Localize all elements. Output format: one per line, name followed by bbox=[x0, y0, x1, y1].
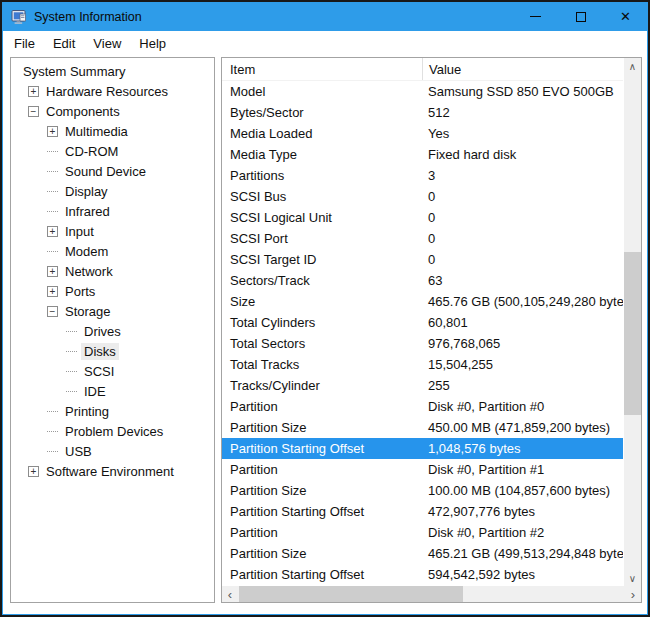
table-row[interactable]: PartitionDisk #0, Partition #1 bbox=[222, 459, 623, 480]
value-cell: Samsung SSD 850 EVO 500GB bbox=[422, 84, 623, 99]
tree-item-usb[interactable]: USB bbox=[11, 441, 214, 461]
item-cell: Total Tracks bbox=[222, 357, 422, 372]
scroll-left-icon[interactable]: ‹ bbox=[222, 586, 238, 602]
tree-item-system-summary[interactable]: System Summary bbox=[11, 61, 214, 81]
tree-item-components[interactable]: −Components bbox=[11, 101, 214, 121]
tree-item-label: Modem bbox=[62, 243, 111, 260]
table-row[interactable]: Partition Size100.00 MB (104,857,600 byt… bbox=[222, 480, 623, 501]
tree-item-problem-devices[interactable]: Problem Devices bbox=[11, 421, 214, 441]
value-cell: 594,542,592 bytes bbox=[422, 567, 623, 582]
table-row[interactable]: Partitions3 bbox=[222, 165, 623, 186]
tree-item-ports[interactable]: +Ports bbox=[11, 281, 214, 301]
table-row[interactable]: Media LoadedYes bbox=[222, 123, 623, 144]
maximize-button[interactable] bbox=[558, 2, 603, 31]
close-button[interactable]: ✕ bbox=[603, 2, 648, 31]
horizontal-scrollbar-thumb[interactable] bbox=[239, 586, 463, 602]
caption-buttons: ✕ bbox=[513, 2, 648, 31]
tree-item-label: Infrared bbox=[62, 203, 113, 220]
tree-item-drives[interactable]: Drives bbox=[11, 321, 214, 341]
column-header-item[interactable]: Item bbox=[222, 58, 422, 80]
tree-item-input[interactable]: +Input bbox=[11, 221, 214, 241]
item-cell: Sectors/Track bbox=[222, 273, 422, 288]
item-cell: Media Type bbox=[222, 147, 422, 162]
expand-icon[interactable]: + bbox=[47, 226, 58, 237]
item-cell: Partition Starting Offset bbox=[222, 504, 422, 519]
table-row[interactable]: Tracks/Cylinder255 bbox=[222, 375, 623, 396]
table-row[interactable]: SCSI Port0 bbox=[222, 228, 623, 249]
minimize-icon bbox=[530, 16, 541, 17]
category-tree: System Summary+Hardware Resources−Compon… bbox=[10, 57, 215, 603]
tree-item-software-environment[interactable]: +Software Environment bbox=[11, 461, 214, 481]
table-row[interactable]: Media TypeFixed hard disk bbox=[222, 144, 623, 165]
table-row[interactable]: Partition Starting Offset472,907,776 byt… bbox=[222, 501, 623, 522]
table-row[interactable]: Total Tracks15,504,255 bbox=[222, 354, 623, 375]
table-row[interactable]: Size465.76 GB (500,105,249,280 bytes) bbox=[222, 291, 623, 312]
scroll-up-icon[interactable]: ∧ bbox=[624, 58, 641, 74]
menu-item-file[interactable]: File bbox=[5, 33, 44, 54]
column-header-value[interactable]: Value bbox=[422, 58, 623, 80]
tree-item-ide[interactable]: IDE bbox=[11, 381, 214, 401]
tree-item-scsi[interactable]: SCSI bbox=[11, 361, 214, 381]
table-row[interactable]: Sectors/Track63 bbox=[222, 270, 623, 291]
expand-icon[interactable]: + bbox=[28, 86, 39, 97]
scroll-down-icon[interactable]: ∨ bbox=[624, 570, 641, 586]
title-bar[interactable]: System Information ✕ bbox=[2, 2, 648, 31]
minimize-button[interactable] bbox=[513, 2, 558, 31]
table-row[interactable]: Total Cylinders60,801 bbox=[222, 312, 623, 333]
tree-item-printing[interactable]: Printing bbox=[11, 401, 214, 421]
tree-item-label: Disks bbox=[81, 343, 119, 360]
table-row[interactable]: Partition Size465.21 GB (499,513,294,848… bbox=[222, 543, 623, 564]
table-row[interactable]: PartitionDisk #0, Partition #0 bbox=[222, 396, 623, 417]
expand-icon[interactable]: + bbox=[47, 126, 58, 137]
tree-item-multimedia[interactable]: +Multimedia bbox=[11, 121, 214, 141]
item-cell: SCSI Bus bbox=[222, 189, 422, 204]
table-row[interactable]: Partition Starting Offset594,542,592 byt… bbox=[222, 564, 623, 585]
collapse-icon[interactable]: − bbox=[47, 306, 58, 317]
table-row[interactable]: SCSI Target ID0 bbox=[222, 249, 623, 270]
tree-connector bbox=[47, 211, 58, 212]
table-row[interactable]: Bytes/Sector512 bbox=[222, 102, 623, 123]
menu-item-view[interactable]: View bbox=[84, 33, 130, 54]
menu-item-help[interactable]: Help bbox=[130, 33, 175, 54]
tree-item-label: Hardware Resources bbox=[43, 83, 171, 100]
value-cell: 0 bbox=[422, 252, 623, 267]
tree-item-display[interactable]: Display bbox=[11, 181, 214, 201]
item-cell: Partition Size bbox=[222, 546, 422, 561]
tree-item-label: Multimedia bbox=[62, 123, 131, 140]
tree-item-label: USB bbox=[62, 443, 95, 460]
tree-item-cd-rom[interactable]: CD-ROM bbox=[11, 141, 214, 161]
value-cell: 1,048,576 bytes bbox=[422, 441, 623, 456]
tree-item-sound-device[interactable]: Sound Device bbox=[11, 161, 214, 181]
table-row[interactable]: Partition Starting Offset1,048,576 bytes bbox=[222, 438, 623, 459]
table-row[interactable]: SCSI Logical Unit0 bbox=[222, 207, 623, 228]
item-cell: Partition bbox=[222, 462, 422, 477]
tree-connector bbox=[66, 331, 77, 332]
tree-item-modem[interactable]: Modem bbox=[11, 241, 214, 261]
collapse-icon[interactable]: − bbox=[28, 106, 39, 117]
tree-connector bbox=[47, 411, 58, 412]
value-cell: 63 bbox=[422, 273, 623, 288]
value-cell: 465.76 GB (500,105,249,280 bytes) bbox=[422, 294, 623, 309]
table-row[interactable]: Partition Size450.00 MB (471,859,200 byt… bbox=[222, 417, 623, 438]
expand-icon[interactable]: + bbox=[47, 266, 58, 277]
tree-item-network[interactable]: +Network bbox=[11, 261, 214, 281]
table-row[interactable]: SCSI Bus0 bbox=[222, 186, 623, 207]
item-cell: Media Loaded bbox=[222, 126, 422, 141]
menu-item-edit[interactable]: Edit bbox=[44, 33, 84, 54]
tree-item-disks[interactable]: Disks bbox=[11, 341, 214, 361]
expand-icon[interactable]: + bbox=[28, 466, 39, 477]
table-row[interactable]: PartitionDisk #0, Partition #2 bbox=[222, 522, 623, 543]
expand-icon[interactable]: + bbox=[47, 286, 58, 297]
tree-item-hardware-resources[interactable]: +Hardware Resources bbox=[11, 81, 214, 101]
tree-item-label: System Summary bbox=[20, 63, 129, 80]
value-cell: Disk #0, Partition #0 bbox=[422, 399, 623, 414]
tree-item-label: SCSI bbox=[81, 363, 117, 380]
vertical-scrollbar[interactable]: ∧ ∨ bbox=[624, 58, 641, 586]
table-row[interactable]: ModelSamsung SSD 850 EVO 500GB bbox=[222, 81, 623, 102]
tree-item-storage[interactable]: −Storage bbox=[11, 301, 214, 321]
horizontal-scrollbar[interactable]: ‹ › bbox=[222, 586, 641, 602]
vertical-scrollbar-thumb[interactable] bbox=[624, 252, 641, 415]
table-row[interactable]: Total Sectors976,768,065 bbox=[222, 333, 623, 354]
tree-item-infrared[interactable]: Infrared bbox=[11, 201, 214, 221]
scroll-right-icon[interactable]: › bbox=[625, 586, 641, 602]
